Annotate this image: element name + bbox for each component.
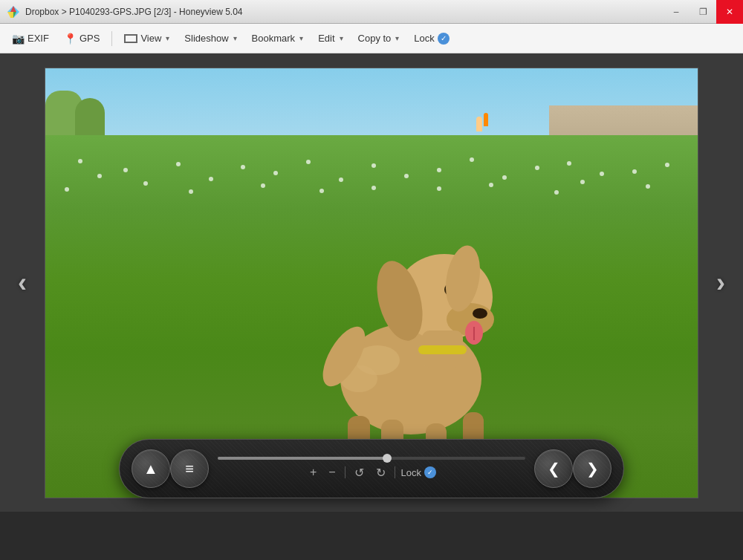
- bookmark-dropdown-arrow: ▾: [299, 34, 303, 42]
- prev-btn-icon: ❮: [548, 460, 560, 478]
- camera-icon: 📷: [12, 33, 25, 45]
- grass-flower: [273, 171, 278, 175]
- zoom-slider-thumb[interactable]: [383, 454, 392, 463]
- grass-flower: [209, 177, 213, 181]
- titlebar-controls: – ❐ ✕: [663, 0, 743, 23]
- next-button[interactable]: ❯: [573, 449, 611, 488]
- grass-flower: [470, 157, 474, 162]
- eject-icon: ▲: [143, 460, 158, 478]
- prev-arrow-icon: ‹: [18, 267, 27, 299]
- bg-person-1: [476, 117, 482, 131]
- view-label: View: [140, 33, 161, 44]
- titlebar-left: Dropbox > P1040293-GPS.JPG [2/3] - Honey…: [6, 4, 243, 19]
- bg-person-shirt-1: [484, 113, 488, 126]
- copyto-dropdown-arrow: ▾: [395, 34, 399, 42]
- exif-label: EXIF: [27, 33, 49, 44]
- gps-label: GPS: [80, 33, 100, 44]
- grass-flower: [143, 181, 148, 186]
- next-navigation-arrow[interactable]: ›: [706, 261, 736, 305]
- edit-menu-item[interactable]: Edit ▾: [312, 27, 348, 50]
- menubar: 📷 EXIF 📍 GPS View ▾ Slideshow ▾ Bookmark…: [0, 24, 743, 53]
- grass-flower: [78, 159, 82, 163]
- app-icon: [6, 4, 21, 19]
- slideshow-label: Slideshow: [184, 33, 228, 44]
- next-btn-icon: ❯: [586, 460, 599, 478]
- view-dropdown-arrow: ▾: [166, 34, 169, 42]
- bottom-lock-text: Lock: [401, 467, 421, 478]
- grass-flower: [241, 165, 245, 169]
- center-controls: + − ↺ ↻ Lock ✓: [218, 457, 525, 481]
- gps-menu-item[interactable]: 📍 GPS: [58, 27, 106, 50]
- view-icon: [124, 34, 137, 43]
- bottom-lock-label[interactable]: Lock ✓: [401, 466, 436, 478]
- next-arrow-icon: ›: [716, 267, 725, 299]
- photo-container: [45, 68, 698, 498]
- svg-point-7: [473, 308, 487, 319]
- edit-dropdown-arrow: ▾: [340, 34, 343, 42]
- svg-rect-15: [418, 345, 467, 354]
- svg-marker-3: [7, 12, 13, 18]
- bookmark-menu-item[interactable]: Bookmark ▾: [246, 27, 310, 50]
- copyto-label: Copy to: [358, 33, 392, 44]
- lock-text-label: Lock: [414, 33, 434, 44]
- edit-label: Edit: [318, 33, 334, 44]
- zoom-slider-fill: [218, 457, 387, 460]
- grass-flower: [123, 168, 128, 172]
- restore-button[interactable]: ❐: [690, 0, 716, 24]
- minimize-button[interactable]: –: [663, 0, 690, 24]
- grass-flower: [554, 190, 559, 195]
- prev-button[interactable]: ❮: [534, 449, 573, 488]
- rotate-right-button[interactable]: ↻: [373, 464, 389, 481]
- grass-flower: [372, 163, 376, 168]
- zoom-slider-track[interactable]: [218, 457, 525, 460]
- menu-icon: ≡: [185, 460, 194, 478]
- exif-menu-item[interactable]: 📷 EXIF: [6, 27, 55, 50]
- grass-flower: [580, 180, 585, 184]
- bottom-lock-check-icon: ✓: [424, 466, 436, 478]
- grass-flower: [646, 184, 650, 189]
- image-area: ‹ › ▲ ≡ + − ↺ ↻: [0, 53, 743, 512]
- grass-flower: [261, 183, 265, 188]
- grass-flower: [97, 174, 102, 178]
- prev-navigation-arrow[interactable]: ‹: [7, 261, 37, 305]
- close-button[interactable]: ✕: [716, 0, 743, 24]
- dog-image: [281, 171, 541, 483]
- lock-menu-item[interactable]: Lock ✓: [408, 27, 455, 50]
- rotate-left-button[interactable]: ↺: [351, 464, 367, 481]
- zoom-out-button[interactable]: −: [325, 464, 338, 481]
- eject-button[interactable]: ▲: [132, 449, 170, 488]
- zoom-in-button[interactable]: +: [307, 464, 319, 481]
- copyto-menu-item[interactable]: Copy to ▾: [352, 27, 406, 50]
- grass-flower: [176, 162, 181, 166]
- titlebar: Dropbox > P1040293-GPS.JPG [2/3] - Honey…: [0, 0, 743, 24]
- control-bar: ▲ ≡ + − ↺ ↻ Lock ✓: [119, 439, 624, 498]
- grass-flower: [535, 166, 539, 170]
- action-separator-2: [395, 466, 395, 478]
- gps-icon: 📍: [64, 33, 77, 45]
- menu-separator-1: [111, 31, 112, 46]
- menu-button[interactable]: ≡: [170, 449, 209, 488]
- bottom-actions: + − ↺ ↻ Lock ✓: [307, 464, 436, 481]
- lock-check-icon: ✓: [438, 33, 450, 45]
- titlebar-title: Dropbox > P1040293-GPS.JPG [2/3] - Honey…: [25, 7, 243, 17]
- action-separator-1: [345, 466, 345, 478]
- bookmark-label: Bookmark: [252, 33, 296, 44]
- slideshow-dropdown-arrow: ▾: [233, 34, 237, 42]
- view-menu-item[interactable]: View ▾: [118, 27, 175, 50]
- slideshow-menu-item[interactable]: Slideshow ▾: [178, 27, 242, 50]
